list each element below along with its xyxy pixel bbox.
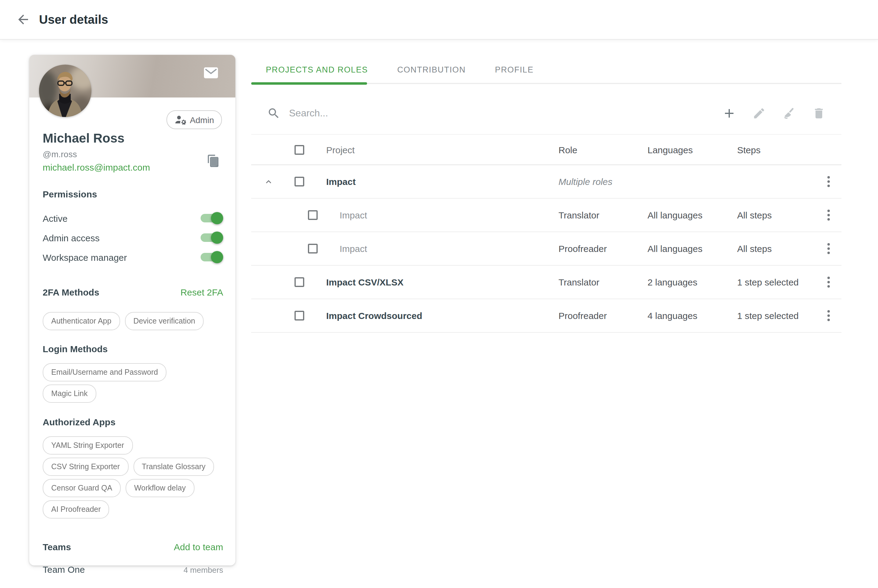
active-toggle[interactable] (201, 212, 223, 224)
login-method-chip: Email/Username and Password (43, 363, 167, 381)
user-handle: @m.ross (43, 149, 223, 159)
languages-cell: All languages (648, 243, 702, 254)
login-method-chips: Email/Username and Password Magic Link (43, 363, 223, 403)
reset-2fa-link[interactable]: Reset 2FA (180, 287, 223, 297)
envelope-icon (204, 67, 218, 79)
tab-bar: PROJECTS AND ROLES CONTRIBUTION PROFILE (251, 55, 841, 84)
row-menu-button[interactable] (821, 172, 836, 191)
column-header-role: Role (558, 144, 577, 155)
login-methods-title: Login Methods (43, 344, 223, 354)
page-title: User details (39, 12, 108, 27)
table-row-impact-proofreader[interactable]: Impact Proofreader All languages All ste… (251, 232, 841, 266)
edit-icon (752, 106, 766, 120)
select-all-checkbox[interactable] (295, 145, 304, 154)
user-card: Admin Michael Ross @m.ross michael.ross@… (29, 55, 235, 566)
authorized-app-chip: YAML String Exporter (43, 436, 132, 454)
row-menu-button[interactable] (821, 272, 836, 292)
permissions-title: Permissions (43, 189, 223, 199)
role-cell: Proofreader (558, 310, 607, 321)
steps-cell: 1 step selected (737, 310, 799, 321)
search-icon (267, 106, 281, 120)
row-checkbox[interactable] (308, 244, 318, 254)
search-input[interactable] (288, 107, 707, 119)
authorized-app-chip: Censor Guard QA (43, 479, 121, 497)
project-name: Impact (340, 243, 367, 254)
teams-title: Teams (43, 542, 71, 552)
twofa-chips: Authenticator App Device verification (43, 312, 223, 330)
table-row-impact-translator[interactable]: Impact Translator All languages All step… (251, 199, 841, 232)
back-button[interactable] (16, 12, 30, 27)
table-row-group-impact[interactable]: Impact Multiple roles (251, 165, 841, 199)
permission-label: Admin access (43, 232, 100, 243)
add-button[interactable] (721, 105, 737, 121)
row-menu-button[interactable] (821, 239, 836, 258)
languages-cell: 4 languages (648, 310, 698, 321)
column-header-steps: Steps (737, 144, 761, 155)
row-checkbox[interactable] (308, 210, 318, 220)
row-checkbox[interactable] (295, 311, 304, 321)
steps-cell: 1 step selected (737, 277, 799, 287)
team-row: Team One 4 members (43, 564, 223, 574)
project-name: Impact Crowdsourced (326, 310, 422, 321)
user-name: Michael Ross (43, 130, 223, 146)
login-method-chip: Magic Link (43, 384, 96, 403)
role-cell: Translator (558, 210, 599, 220)
authorized-app-chip: Workflow delay (126, 479, 194, 497)
chevron-up-icon (263, 176, 274, 187)
permission-row-active: Active (43, 208, 223, 228)
collapse-group-button[interactable] (261, 174, 275, 189)
tab-profile[interactable]: PROFILE (480, 55, 549, 84)
broom-icon (782, 106, 796, 120)
twofa-title: 2FA Methods (43, 287, 99, 297)
trash-icon (812, 106, 825, 120)
clear-button[interactable] (781, 105, 797, 121)
active-tab-indicator (251, 82, 367, 85)
team-member-count: 4 members (183, 566, 223, 574)
add-to-team-link[interactable]: Add to team (174, 542, 223, 552)
user-email-link[interactable]: michael.ross@impact.com (43, 162, 150, 172)
projects-panel: PROJECTS AND ROLES CONTRIBUTION PROFILE (251, 55, 841, 333)
steps-cell: All steps (737, 243, 771, 254)
authorized-app-chip: Translate Glossary (133, 458, 214, 476)
role-cell: Multiple roles (558, 176, 612, 187)
authorized-apps-title: Authorized Apps (43, 417, 223, 427)
row-menu-button[interactable] (821, 306, 836, 326)
authorized-app-chip: AI Proofreader (43, 500, 110, 519)
column-header-languages: Languages (648, 144, 693, 155)
table-row-impact-csv-xlsx[interactable]: Impact CSV/XLSX Translator 2 languages 1… (251, 266, 841, 299)
project-name: Impact (326, 176, 356, 187)
languages-cell: 2 languages (648, 277, 698, 287)
edit-button[interactable] (751, 105, 767, 121)
add-icon (722, 106, 737, 121)
permission-row-workspace-manager: Workspace manager (43, 248, 223, 267)
table-header-row: Project Role Languages Steps (251, 134, 841, 165)
row-menu-button[interactable] (821, 206, 836, 225)
admin-access-toggle[interactable] (201, 231, 223, 244)
row-checkbox[interactable] (295, 177, 304, 186)
team-name: Team One (43, 564, 85, 574)
project-name: Impact (340, 210, 367, 220)
table-toolbar (251, 98, 841, 129)
workspace-manager-toggle[interactable] (201, 251, 223, 263)
project-name: Impact CSV/XLSX (326, 277, 403, 287)
send-email-button[interactable] (204, 67, 218, 79)
tab-contribution[interactable]: CONTRIBUTION (383, 55, 480, 84)
tab-projects-and-roles[interactable]: PROJECTS AND ROLES (251, 55, 383, 84)
steps-cell: All steps (737, 210, 771, 220)
row-checkbox[interactable] (295, 277, 304, 287)
role-cell: Translator (558, 277, 599, 287)
twofa-method-chip: Device verification (125, 312, 204, 330)
authorized-app-chips: YAML String Exporter CSV String Exporter… (43, 436, 223, 519)
user-details-page: User details (0, 0, 878, 588)
column-header-project: Project (326, 144, 355, 155)
twofa-method-chip: Authenticator App (43, 312, 120, 330)
permission-row-admin-access: Admin access (43, 228, 223, 248)
delete-button[interactable] (811, 105, 827, 121)
app-bar: User details (0, 0, 878, 39)
table-row-impact-crowdsourced[interactable]: Impact Crowdsourced Proofreader 4 langua… (251, 299, 841, 333)
permission-label: Workspace manager (43, 252, 127, 262)
arrow-left-icon (16, 12, 30, 27)
authorized-app-chip: CSV String Exporter (43, 458, 128, 476)
languages-cell: All languages (648, 210, 702, 220)
role-cell: Proofreader (558, 243, 607, 254)
